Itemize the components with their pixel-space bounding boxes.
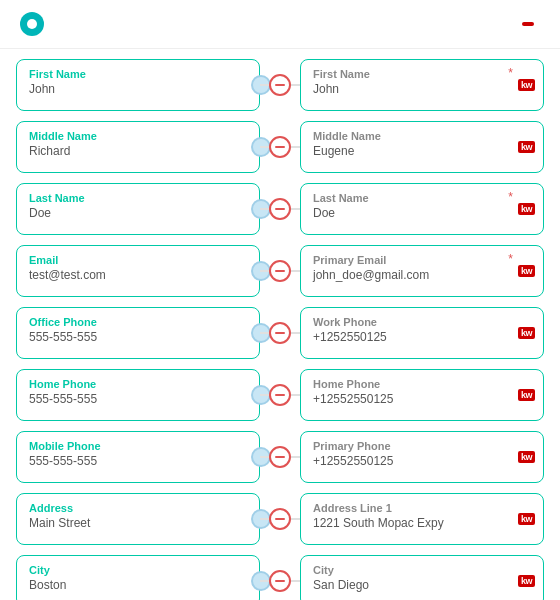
right-field: Primary Phone +12552550125 kw <box>300 431 544 483</box>
mapping-row: First Name John * First Name John kw <box>16 59 544 111</box>
row-connector <box>260 136 300 158</box>
left-field-label: Mobile Phone <box>29 440 247 452</box>
left-field-value: Main Street <box>29 516 247 530</box>
mapping-row: Middle Name Richard Middle Name Eugene k… <box>16 121 544 173</box>
kw-field-badge: kw <box>518 389 535 401</box>
remove-mapping-button[interactable] <box>269 508 291 530</box>
right-field-value: Eugene <box>313 144 531 158</box>
right-field: Address Line 1 1221 South Mopac Expy kw <box>300 493 544 545</box>
right-field: Home Phone +12552550125 kw <box>300 369 544 421</box>
left-field-value: 555-555-555 <box>29 392 247 406</box>
left-field-value: John <box>29 82 247 96</box>
remove-mapping-button[interactable] <box>269 136 291 158</box>
kw-logo <box>522 22 540 26</box>
mapping-row: Home Phone 555-555-555 Home Phone +12552… <box>16 369 544 421</box>
left-field-label: Email <box>29 254 247 266</box>
mapping-row: Mobile Phone 555-555-555 Primary Phone +… <box>16 431 544 483</box>
dotloop-logo-inner <box>27 19 37 29</box>
app-header <box>0 0 560 49</box>
left-field-value: 555-555-555 <box>29 454 247 468</box>
kw-brand <box>522 22 540 26</box>
right-field: * First Name John kw <box>300 59 544 111</box>
left-field: Address Main Street <box>16 493 260 545</box>
remove-mapping-button[interactable] <box>269 260 291 282</box>
row-connector <box>260 570 300 592</box>
row-connector <box>260 260 300 282</box>
right-field: Middle Name Eugene kw <box>300 121 544 173</box>
left-field-value: Boston <box>29 578 247 592</box>
kw-badge-icon <box>522 22 534 26</box>
right-field: City San Diego kw <box>300 555 544 600</box>
row-connector <box>260 508 300 530</box>
mapping-row: Last Name Doe * Last Name Doe kw <box>16 183 544 235</box>
remove-mapping-button[interactable] <box>269 74 291 96</box>
left-field-value: test@test.com <box>29 268 247 282</box>
left-field-label: Middle Name <box>29 130 247 142</box>
right-field-value: John <box>313 82 531 96</box>
right-field: * Last Name Doe kw <box>300 183 544 235</box>
row-connector <box>260 74 300 96</box>
kw-field-badge: kw <box>518 327 535 339</box>
mapping-area: First Name John * First Name John kw Mid… <box>0 49 560 600</box>
left-field: Mobile Phone 555-555-555 <box>16 431 260 483</box>
remove-mapping-button[interactable] <box>269 322 291 344</box>
required-indicator: * <box>508 66 513 80</box>
mapping-row: Email test@test.com * Primary Email john… <box>16 245 544 297</box>
left-field: Office Phone 555-555-555 <box>16 307 260 359</box>
left-field: Email test@test.com <box>16 245 260 297</box>
left-field-value: 555-555-555 <box>29 330 247 344</box>
mapping-row: City Boston City San Diego kw <box>16 555 544 600</box>
left-field: Home Phone 555-555-555 <box>16 369 260 421</box>
right-field-label: Address Line 1 <box>313 502 531 514</box>
right-field-value: +12552550125 <box>313 454 531 468</box>
right-field-label: Primary Email <box>313 254 531 266</box>
right-field-value: +12552550125 <box>313 392 531 406</box>
left-field-label: City <box>29 564 247 576</box>
row-connector <box>260 322 300 344</box>
left-field-label: Last Name <box>29 192 247 204</box>
mapping-row: Address Main Street Address Line 1 1221 … <box>16 493 544 545</box>
kw-field-badge: kw <box>518 79 535 91</box>
right-field-label: Middle Name <box>313 130 531 142</box>
right-field-value: +1252550125 <box>313 330 531 344</box>
left-field: First Name John <box>16 59 260 111</box>
kw-field-badge: kw <box>518 575 535 587</box>
right-field-label: Last Name <box>313 192 531 204</box>
left-field: City Boston <box>16 555 260 600</box>
required-indicator: * <box>508 252 513 266</box>
right-field-label: City <box>313 564 531 576</box>
left-field: Middle Name Richard <box>16 121 260 173</box>
row-connector <box>260 446 300 468</box>
remove-mapping-button[interactable] <box>269 198 291 220</box>
kw-field-badge: kw <box>518 451 535 463</box>
left-field-label: First Name <box>29 68 247 80</box>
remove-mapping-button[interactable] <box>269 384 291 406</box>
right-field-label: Home Phone <box>313 378 531 390</box>
kw-field-badge: kw <box>518 141 535 153</box>
left-field-value: Richard <box>29 144 247 158</box>
row-connector <box>260 384 300 406</box>
row-connector <box>260 198 300 220</box>
left-field-label: Office Phone <box>29 316 247 328</box>
left-field-label: Home Phone <box>29 378 247 390</box>
remove-mapping-button[interactable] <box>269 446 291 468</box>
dotloop-logo-mark <box>20 12 44 36</box>
right-field: * Primary Email john_doe@gmail.com kw <box>300 245 544 297</box>
kw-field-badge: kw <box>518 203 535 215</box>
remove-mapping-button[interactable] <box>269 570 291 592</box>
right-field-value: Doe <box>313 206 531 220</box>
right-field-label: Primary Phone <box>313 440 531 452</box>
right-field-value: 1221 South Mopac Expy <box>313 516 531 530</box>
right-field-value: john_doe@gmail.com <box>313 268 531 282</box>
dotloop-brand <box>20 12 50 36</box>
mapping-row: Office Phone 555-555-555 Work Phone +125… <box>16 307 544 359</box>
required-indicator: * <box>508 190 513 204</box>
left-field-value: Doe <box>29 206 247 220</box>
left-field-label: Address <box>29 502 247 514</box>
right-field-label: Work Phone <box>313 316 531 328</box>
right-field: Work Phone +1252550125 kw <box>300 307 544 359</box>
kw-field-badge: kw <box>518 513 535 525</box>
kw-field-badge: kw <box>518 265 535 277</box>
right-field-value: San Diego <box>313 578 531 592</box>
left-field: Last Name Doe <box>16 183 260 235</box>
